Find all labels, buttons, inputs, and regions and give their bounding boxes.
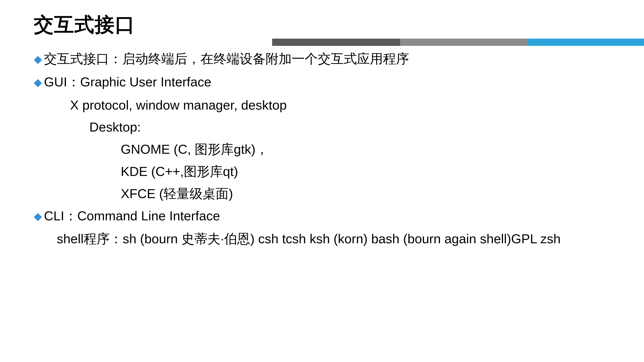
diamond-icon: ◆ bbox=[34, 50, 42, 68]
bullet-3-sub1: shell程序：sh (bourn 史蒂夫·伯恩) csh tcsh ksh (… bbox=[34, 228, 610, 250]
bullet-2-sub1: X protocol, window manager, desktop bbox=[34, 94, 610, 116]
content-body: ◆ 交互式接口：启动终端后，在终端设备附加一个交互式应用程序 ◆ GUI：Gra… bbox=[34, 48, 610, 250]
bullet-2-sub2-a: GNOME (C, 图形库gtk)， bbox=[34, 138, 610, 160]
bullet-3-text: CLI：Command Line Interface bbox=[44, 205, 220, 227]
bullet-1: ◆ 交互式接口：启动终端后，在终端设备附加一个交互式应用程序 bbox=[34, 48, 610, 70]
bullet-2-sub2: Desktop: bbox=[34, 116, 610, 138]
bar-mid bbox=[400, 39, 528, 46]
bar-blue bbox=[528, 39, 644, 46]
bar-dark bbox=[272, 39, 400, 46]
slide-title: 交互式接口 bbox=[34, 11, 610, 38]
bullet-2-sub2-b: KDE (C++,图形库qt) bbox=[34, 160, 610, 183]
bullet-3: ◆ CLI：Command Line Interface bbox=[34, 205, 610, 227]
bullet-2-text: GUI：Graphic User Interface bbox=[44, 71, 211, 93]
bullet-1-text: 交互式接口：启动终端后，在终端设备附加一个交互式应用程序 bbox=[44, 48, 409, 70]
diamond-icon: ◆ bbox=[34, 73, 42, 91]
slide: 交互式接口 ◆ 交互式接口：启动终端后，在终端设备附加一个交互式应用程序 ◆ G… bbox=[0, 0, 644, 362]
diamond-icon: ◆ bbox=[34, 207, 42, 225]
bullet-2: ◆ GUI：Graphic User Interface bbox=[34, 71, 610, 93]
accent-bars bbox=[272, 39, 644, 46]
bullet-3-sub1-text: shell程序：sh (bourn 史蒂夫·伯恩) csh tcsh ksh (… bbox=[34, 231, 561, 246]
bullet-2-sub2-c: XFCE (轻量级桌面) bbox=[34, 183, 610, 205]
